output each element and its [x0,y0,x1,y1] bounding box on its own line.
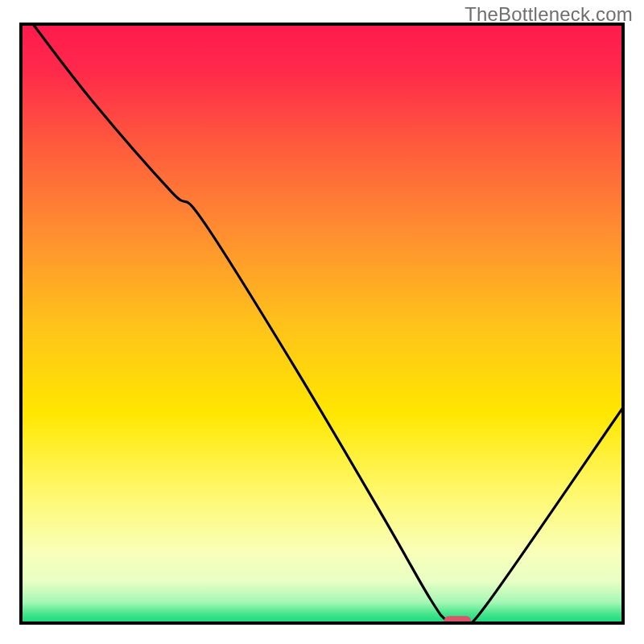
optimal-marker [444,616,471,626]
gradient-background [21,24,623,623]
plot-area [21,24,623,626]
watermark-text: TheBottleneck.com [464,3,633,26]
bottleneck-chart-svg [0,0,644,644]
chart-stage: TheBottleneck.com [0,0,644,644]
